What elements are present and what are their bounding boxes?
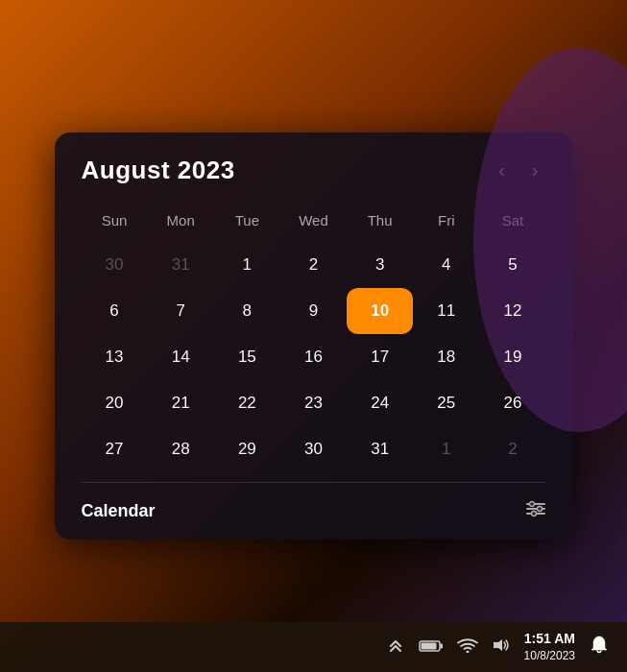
day-cell[interactable]: 19 xyxy=(479,334,545,380)
day-cell[interactable]: 8 xyxy=(214,288,280,334)
day-cell[interactable]: 12 xyxy=(479,288,545,334)
calendar-title: August 2023 xyxy=(82,156,235,185)
battery-icon xyxy=(419,637,444,658)
day-cell[interactable]: 24 xyxy=(347,380,413,426)
calendar-header: August 2023 ‹ › xyxy=(82,156,546,185)
svg-point-5 xyxy=(531,512,536,516)
day-cell[interactable]: 27 xyxy=(82,426,148,472)
calendar-footer-title: Calendar xyxy=(82,501,156,521)
calendar-grid: Sun Mon Tue Wed Thu Fri Sat 30 31 1 2 3 … xyxy=(82,204,546,472)
day-cell[interactable]: 4 xyxy=(413,242,479,288)
day-cell[interactable]: 1 xyxy=(413,426,479,472)
clock-date: 10/8/2023 xyxy=(524,648,575,664)
clock-time: 1:51 AM xyxy=(524,630,575,649)
day-cell[interactable]: 17 xyxy=(347,334,413,380)
day-cell[interactable]: 13 xyxy=(82,334,148,380)
day-cell[interactable]: 25 xyxy=(413,380,479,426)
day-cell[interactable]: 11 xyxy=(413,288,479,334)
calendar-widget: August 2023 ‹ › Sun Mon Tue Wed Thu Fri … xyxy=(55,132,573,540)
day-header-thu: Thu xyxy=(347,204,413,242)
day-cell[interactable]: 16 xyxy=(280,334,347,380)
day-header-tue: Tue xyxy=(214,204,280,242)
taskbar-clock[interactable]: 1:51 AM 10/8/2023 xyxy=(524,630,575,664)
day-cell[interactable]: 3 xyxy=(347,242,413,288)
next-month-button[interactable]: › xyxy=(524,156,546,185)
day-cell[interactable]: 18 xyxy=(413,334,479,380)
day-cell[interactable]: 5 xyxy=(479,242,545,288)
calendar-footer: Calendar xyxy=(82,482,546,540)
svg-rect-8 xyxy=(440,643,443,648)
svg-marker-10 xyxy=(494,639,502,651)
day-cell[interactable]: 2 xyxy=(280,242,347,288)
day-header-sat: Sat xyxy=(479,204,545,242)
svg-point-3 xyxy=(529,502,534,507)
day-cell[interactable]: 9 xyxy=(280,288,347,334)
day-cell[interactable]: 1 xyxy=(214,242,280,288)
settings-icon[interactable] xyxy=(525,498,546,524)
notification-bell-icon[interactable] xyxy=(589,635,610,660)
nav-buttons: ‹ › xyxy=(491,156,545,185)
day-cell[interactable]: 21 xyxy=(148,380,214,426)
day-cell[interactable]: 30 xyxy=(280,426,347,472)
day-cell[interactable]: 28 xyxy=(148,426,214,472)
day-cell[interactable]: 29 xyxy=(214,426,280,472)
wifi-icon xyxy=(457,637,478,658)
day-cell[interactable]: 15 xyxy=(214,334,280,380)
day-cell[interactable]: 23 xyxy=(280,380,347,426)
taskbar: 1:51 AM 10/8/2023 xyxy=(0,622,627,672)
day-cell[interactable]: 22 xyxy=(214,380,280,426)
day-cell[interactable]: 20 xyxy=(82,380,148,426)
prev-month-button[interactable]: ‹ xyxy=(491,156,513,185)
day-cell[interactable]: 2 xyxy=(479,426,545,472)
up-arrows-icon xyxy=(386,636,405,659)
day-header-mon: Mon xyxy=(148,204,214,242)
day-cell[interactable]: 30 xyxy=(82,242,148,288)
day-cell[interactable]: 14 xyxy=(148,334,214,380)
day-cell[interactable]: 26 xyxy=(479,380,545,426)
day-cell[interactable]: 6 xyxy=(82,288,148,334)
day-cell[interactable]: 31 xyxy=(347,426,413,472)
day-header-wed: Wed xyxy=(280,204,347,242)
svg-point-4 xyxy=(537,507,542,512)
day-header-fri: Fri xyxy=(413,204,479,242)
day-cell[interactable]: 31 xyxy=(148,242,214,288)
day-cell[interactable]: 7 xyxy=(148,288,214,334)
svg-rect-7 xyxy=(421,642,436,649)
taskbar-system-icons xyxy=(386,636,511,659)
day-cell-today[interactable]: 10 xyxy=(347,288,413,334)
svg-point-9 xyxy=(466,650,469,653)
day-header-sun: Sun xyxy=(82,204,148,242)
volume-icon xyxy=(492,637,511,658)
